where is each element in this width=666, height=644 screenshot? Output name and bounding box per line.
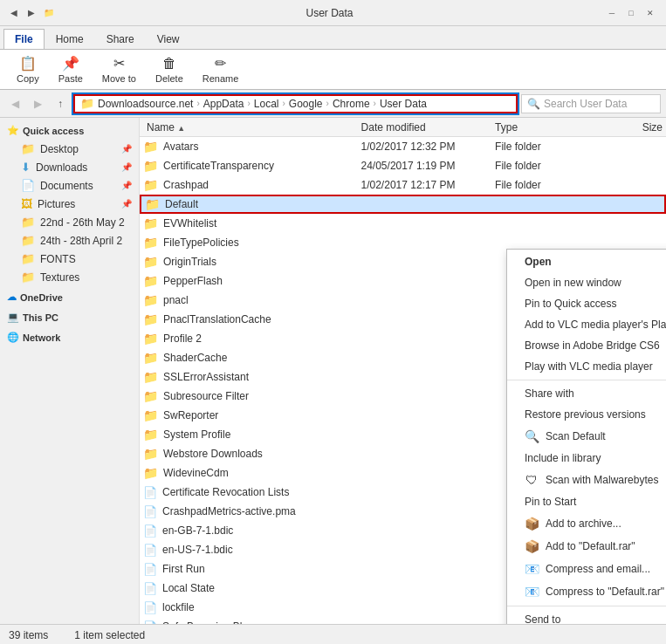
ribbon-tabs: File Home Share View — [0, 26, 666, 49]
ctx-separator-2 — [507, 606, 666, 606]
ctx-item-scan-default[interactable]: 🔍 Scan Default — [507, 425, 666, 448]
table-row-default[interactable]: 📁Default — [140, 195, 666, 214]
address-segment-5: User Data — [380, 98, 427, 110]
ctx-item-include-library[interactable]: Include in library › — [507, 448, 666, 469]
compress-email-icon: 📧 — [525, 562, 539, 576]
ribbon-delete-button[interactable]: 🗑 Delete — [148, 51, 191, 88]
ctx-item-pin-quickaccess[interactable]: Pin to Quick access — [507, 293, 666, 314]
ribbon-rename-button[interactable]: ✏ Rename — [195, 51, 247, 88]
tab-home[interactable]: Home — [45, 29, 95, 49]
address-segment-1: AppData — [203, 98, 244, 110]
downloads-pin-icon: 📌 — [121, 162, 132, 172]
nav-back-button[interactable]: ◀ — [5, 94, 24, 113]
sidebar-header-thispc[interactable]: 💻 This PC — [0, 308, 139, 326]
maximize-button[interactable]: □ — [622, 6, 640, 20]
ctx-item-send-to[interactable]: Send to › — [507, 609, 666, 624]
folder-icon: 📁 — [143, 389, 158, 403]
title-bar-title: User Data — [61, 7, 598, 19]
ctx-separator-1 — [507, 380, 666, 380]
sidebar-header-quickaccess[interactable]: ⭐ Quick access — [0, 121, 139, 140]
sidebar-item-folder2[interactable]: 📁 24th - 28th April 2 — [0, 231, 139, 250]
address-path[interactable]: 📁 Downloadsource.net › AppData › Local ›… — [73, 94, 518, 113]
rename-icon: ✏ — [215, 55, 226, 72]
sidebar-desktop-label: Desktop — [40, 143, 79, 155]
sidebar-header-network[interactable]: 🌐 Network — [0, 328, 139, 346]
sidebar-downloads-label: Downloads — [36, 161, 87, 174]
compress-rar-email-icon: 📧 — [525, 585, 539, 599]
folder-icon: 📁 — [143, 293, 158, 307]
file-icon: 📄 — [143, 505, 157, 518]
sidebar-item-documents[interactable]: 📄 Documents 📌 — [0, 176, 139, 195]
desktop-pin-icon: 📌 — [121, 144, 132, 154]
sort-arrow-icon: ▲ — [177, 124, 185, 133]
status-selected-count: 1 item selected — [74, 629, 145, 641]
sidebar-fonts-label: FONTS — [40, 253, 76, 265]
paste-icon: 📌 — [62, 55, 79, 72]
scan-icon: 🔍 — [525, 429, 539, 443]
sidebar-header-onedrive[interactable]: ☁ OneDrive — [0, 288, 139, 306]
folder-icon: 📁 — [143, 236, 158, 250]
sidebar-item-fonts[interactable]: 📁 FONTS — [0, 250, 139, 268]
ribbon: File Home Share View 📋 Copy 📌 Paste ✂ Mo… — [0, 26, 666, 90]
network-icon: 🌐 — [7, 332, 19, 343]
nav-up-button[interactable]: ↑ — [51, 94, 70, 113]
ribbon-paste-button[interactable]: 📌 Paste — [51, 51, 91, 88]
ctx-item-compress-rar-email[interactable]: 📧 Compress to "Default.rar" and email — [507, 580, 666, 603]
address-segment-2: Local — [254, 98, 279, 110]
table-row[interactable]: 📁Avatars 1/02/2017 12:32 PM File folder — [140, 137, 666, 156]
tab-view[interactable]: View — [146, 29, 191, 49]
ctx-item-add-rar[interactable]: 📦 Add to "Default.rar" — [507, 535, 666, 558]
file-icon: 📄 — [143, 620, 157, 625]
folder-icon: 📁 — [143, 466, 158, 480]
address-segment-0: Downloadsource.net — [98, 98, 193, 110]
status-bar: 39 items 1 item selected — [0, 624, 666, 644]
search-box[interactable]: 🔍 Search User Data — [521, 94, 661, 113]
table-row[interactable]: 📁Crashpad 1/02/2017 12:17 PM File folder — [140, 175, 666, 195]
ctx-item-play-vlc[interactable]: Play with VLC media player — [507, 356, 666, 377]
ribbon-copy-button[interactable]: 📋 Copy — [9, 51, 47, 88]
ctx-item-open[interactable]: Open — [507, 251, 666, 272]
folder2-icon: 📁 — [21, 234, 35, 247]
tab-file[interactable]: File — [3, 29, 45, 49]
ctx-item-add-vlc-playlist[interactable]: Add to VLC media player's Playlist — [507, 314, 666, 335]
ribbon-move-button[interactable]: ✂ Move to — [94, 51, 144, 88]
context-menu: Open Open in new window Pin to Quick acc… — [506, 249, 666, 624]
col-header-name[interactable]: Name ▲ — [143, 121, 361, 134]
close-button[interactable]: ✕ — [642, 6, 659, 20]
col-header-date[interactable]: Date modified — [361, 121, 496, 134]
table-row[interactable]: 📁CertificateTransparency 24/05/2017 1:19… — [140, 156, 666, 175]
ctx-item-compress-email[interactable]: 📧 Compress and email... — [507, 558, 666, 580]
documents-folder-icon: 📄 — [21, 179, 35, 192]
archive-icon: 📦 — [525, 517, 539, 531]
folder-icon: 📁 — [143, 140, 158, 154]
col-header-type[interactable]: Type — [495, 121, 595, 134]
sidebar-item-textures[interactable]: 📁 Textures — [0, 268, 139, 286]
ctx-item-open-new-window[interactable]: Open in new window — [507, 272, 666, 293]
ctx-item-share-with[interactable]: Share with › — [507, 383, 666, 404]
sidebar-item-pictures[interactable]: 🖼 Pictures 📌 — [0, 195, 139, 213]
tab-share[interactable]: Share — [95, 29, 146, 49]
ctx-item-pin-start[interactable]: Pin to Start — [507, 491, 666, 512]
minimize-button[interactable]: ─ — [603, 6, 621, 20]
sidebar-folder2-label: 24th - 28th April 2 — [40, 235, 122, 247]
sidebar-item-desktop[interactable]: 📁 Desktop 📌 — [0, 140, 139, 158]
ctx-item-restore-versions[interactable]: Restore previous versions — [507, 404, 666, 425]
ctx-item-add-archive[interactable]: 📦 Add to archive... — [507, 512, 666, 535]
ctx-item-browse-bridge[interactable]: Browse in Adobe Bridge CS6 — [507, 335, 666, 356]
sidebar-item-downloads[interactable]: ⬇ Downloads 📌 — [0, 158, 139, 176]
folder-icon: 📁 — [143, 370, 158, 384]
table-row[interactable]: 📁EVWhitelist — [140, 214, 666, 233]
back-icon[interactable]: ◀ — [7, 6, 21, 20]
title-bar: ◀ ▶ 📁 User Data ─ □ ✕ — [0, 0, 666, 26]
forward-icon[interactable]: ▶ — [24, 6, 38, 20]
sidebar-item-folder1[interactable]: 📁 22nd - 26th May 2 — [0, 213, 139, 231]
folder-icon: 📁 — [143, 159, 158, 173]
address-segment-3: Google — [289, 98, 323, 110]
nav-forward-button[interactable]: ▶ — [28, 94, 47, 113]
search-icon: 🔍 — [527, 98, 540, 110]
ctx-item-scan-malwarebytes[interactable]: 🛡 Scan with Malwarebytes — [507, 469, 666, 491]
col-header-size[interactable]: Size — [595, 121, 663, 134]
sidebar-textures-label: Textures — [40, 271, 79, 284]
sidebar: ⭐ Quick access 📁 Desktop 📌 ⬇ Downloads 📌… — [0, 118, 140, 624]
desktop-folder-icon: 📁 — [21, 142, 35, 155]
